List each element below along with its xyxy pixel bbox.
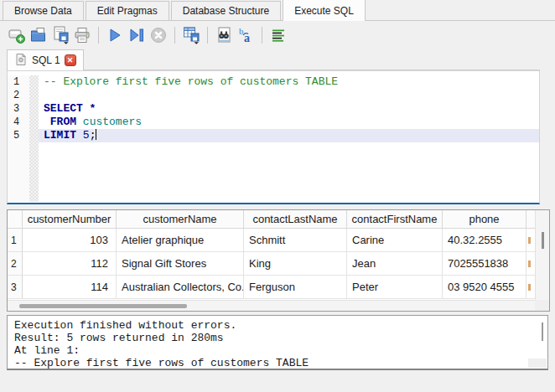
cell[interactable]: Schmitt (244, 229, 347, 251)
cell[interactable]: 7025551838 (443, 252, 526, 275)
log-scrollbar-corner (528, 358, 547, 368)
vertical-scrollbar-thumb[interactable] (542, 232, 544, 249)
open-sql-file-button[interactable] (28, 24, 49, 46)
editor-line[interactable]: 2 (8, 89, 539, 102)
editor-current-line[interactable]: 5LIMIT 5; (8, 129, 539, 142)
tab-browse-data[interactable]: Browse Data (3, 1, 84, 20)
text-caret (96, 129, 96, 140)
cell[interactable]: Jean (347, 252, 443, 275)
save-file-icon (51, 25, 70, 44)
sql-keyword: FROM (50, 116, 76, 128)
save-results-icon (182, 25, 200, 44)
column-header-contactFirstName[interactable]: contactFirstName (347, 210, 443, 228)
tab-edit-pragmas[interactable]: Edit Pragmas (86, 1, 169, 20)
tab-database-structure[interactable]: Database Structure (171, 1, 281, 20)
sql-toolbar: ba (0, 21, 555, 49)
column-header-phone[interactable]: phone (443, 210, 526, 228)
editor-line[interactable]: 4 FROM customers (8, 116, 539, 129)
main-tab-bar: Browse Data Edit Pragmas Database Struct… (0, 0, 555, 21)
toolbar-separator (174, 27, 175, 44)
cell[interactable]: Atelier graphique (117, 229, 244, 251)
align-lines-icon (269, 26, 288, 44)
save-sql-file-button[interactable] (49, 24, 71, 46)
table-row: 1 103 Atelier graphique Schmitt Carine 4… (8, 229, 535, 252)
row-number[interactable]: 3 (8, 276, 23, 298)
execution-log-panel: Execution finished without errors. Resul… (7, 315, 548, 370)
sql-editor-tab[interactable]: SQL 1 ✕ (7, 49, 84, 70)
sql-editor[interactable]: 1-- Explore first five rows of customers… (7, 70, 540, 204)
cell[interactable]: 114 (23, 276, 117, 298)
log-line: Execution finished without errors. (14, 319, 541, 332)
row-number[interactable]: 1 (8, 229, 23, 251)
open-file-icon (29, 26, 48, 44)
code-folding-margin (29, 129, 39, 142)
table-row: 2 112 Signal Gift Stores King Jean 70255… (8, 252, 535, 276)
sql-operator: * (83, 102, 96, 115)
line-number: 4 (8, 116, 29, 129)
log-line: -- Explore first five rows of customers … (14, 357, 541, 369)
line-number-gutter (8, 142, 29, 202)
status-strip (0, 370, 555, 392)
cell[interactable]: 40.32.2555 (443, 229, 526, 251)
new-sql-tab-icon (8, 26, 26, 44)
execute-current-line-button[interactable] (126, 24, 148, 46)
stop-icon (149, 26, 168, 44)
play-icon (106, 26, 124, 44)
header-corner[interactable] (8, 210, 23, 228)
sql-text: ; (90, 129, 96, 142)
horizontal-scrollbar-thumb[interactable] (19, 304, 187, 308)
find-button[interactable] (213, 24, 235, 46)
sql-text (76, 129, 83, 142)
close-tab-icon[interactable]: ✕ (65, 54, 76, 66)
sql-text (76, 116, 83, 128)
toolbar-separator (98, 27, 99, 44)
sql-tab-label: SQL 1 (32, 54, 60, 66)
print-icon (73, 26, 91, 44)
code-folding-margin (29, 142, 39, 202)
stop-execution-button[interactable] (148, 24, 169, 46)
column-header-contactLastName[interactable]: contactLastName (244, 210, 347, 228)
new-sql-tab-button[interactable] (6, 24, 28, 46)
align-lines-button[interactable] (267, 24, 289, 46)
sql-keyword: LIMIT (44, 129, 76, 142)
save-results-button[interactable] (180, 24, 202, 46)
execute-all-button[interactable] (104, 24, 126, 46)
binoculars-find-icon (215, 26, 233, 44)
row-number[interactable]: 2 (8, 252, 23, 275)
column-header-customerNumber[interactable]: customerNumber (23, 210, 117, 228)
cell[interactable]: Peter (347, 276, 443, 298)
cell[interactable]: Carine (347, 229, 443, 251)
code-folding-margin (29, 89, 39, 102)
sql-comment: -- Explore first five rows of customers … (44, 75, 338, 88)
editor-line[interactable]: 1-- Explore first five rows of customers… (8, 75, 539, 89)
cell[interactable]: Signal Gift Stores (117, 252, 244, 275)
sql-number: 5 (83, 129, 90, 142)
play-to-line-icon (127, 26, 146, 44)
db-browser-execute-sql-view: Browse Data Edit Pragmas Database Struct… (0, 0, 555, 392)
cell[interactable]: King (244, 252, 347, 275)
format-sql-button[interactable]: ba (235, 24, 257, 46)
cell[interactable]: Australian Collectors, Co. (117, 276, 244, 298)
cell[interactable]: 112 (23, 252, 117, 275)
print-button[interactable] (71, 24, 93, 46)
log-line: At line 1: (14, 344, 541, 357)
scrollbar-corner (535, 300, 549, 311)
cell[interactable]: 103 (23, 229, 117, 251)
tab-execute-sql[interactable]: Execute SQL (283, 0, 366, 21)
log-scrollbar-thumb[interactable] (542, 322, 543, 341)
column-header-customerName[interactable]: customerName (117, 210, 244, 228)
editor-empty-area[interactable] (8, 142, 539, 202)
editor-line[interactable]: 3SELECT * (8, 102, 539, 116)
line-number: 1 (8, 75, 29, 89)
clipped-text (528, 237, 531, 244)
toolbar-separator (262, 27, 262, 44)
clipped-text (528, 260, 531, 267)
clipped-text (528, 284, 531, 291)
cell[interactable]: Ferguson (244, 276, 347, 298)
horizontal-scrollbar[interactable] (8, 300, 535, 311)
cell[interactable]: 03 9520 4555 (443, 276, 526, 298)
vertical-scrollbar[interactable] (535, 210, 549, 300)
clipped-column (526, 210, 535, 228)
sql-table-name: customers (83, 116, 142, 128)
line-number: 3 (8, 102, 29, 116)
